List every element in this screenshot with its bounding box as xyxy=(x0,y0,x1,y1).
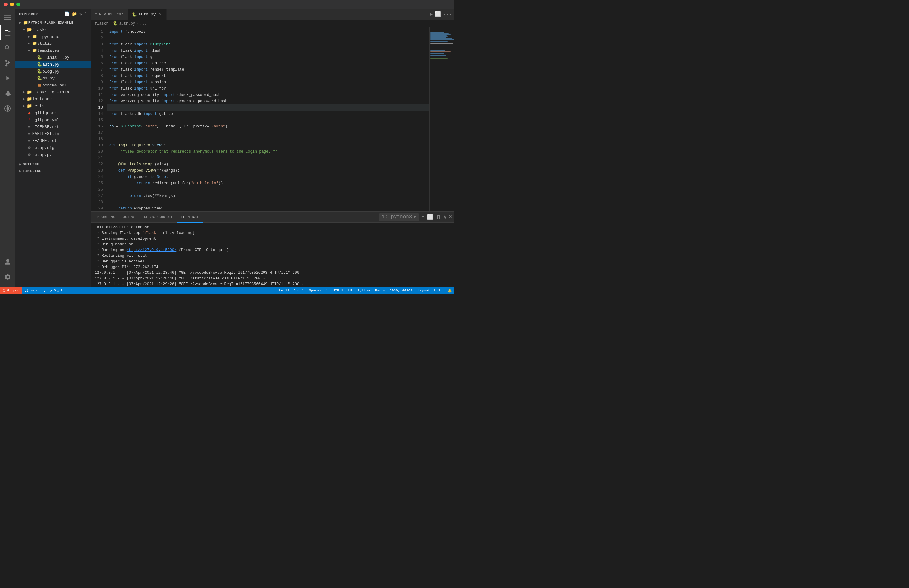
errors-status[interactable]: ✗ 0 ⚠ 0 xyxy=(48,287,65,294)
split-editor-button[interactable]: ⬜ xyxy=(435,11,441,17)
tree-item-gitpod[interactable]: ! .gitpod.yml xyxy=(15,116,91,123)
activity-remote[interactable] xyxy=(0,101,15,116)
add-terminal-icon[interactable]: + xyxy=(421,214,424,220)
panel-tabs: PROBLEMS OUTPUT DEBUG CONSOLE TERMINAL 1… xyxy=(91,212,454,223)
more-actions-button[interactable]: ··· xyxy=(443,11,452,17)
code-line-23: def wrapped_view(**kwargs): xyxy=(107,168,429,174)
ports-status[interactable]: Ports: 5000, 44267 xyxy=(372,287,415,294)
sync-status[interactable]: ↻ xyxy=(41,287,48,294)
new-file-icon[interactable]: 📄 xyxy=(65,11,70,17)
panel-chevron-up-icon[interactable]: ∧ xyxy=(443,214,446,220)
tab-close-button[interactable]: × xyxy=(157,12,163,17)
sidebar: Explorer 📄 📁 ↻ ⌃ ▶ 📁 PYTHON-FLASK-EXAMPL… xyxy=(15,9,91,287)
tree-item-readme[interactable]: ≡ README.rst xyxy=(15,137,91,144)
tab-auth[interactable]: 🐍 auth.py × xyxy=(128,9,167,20)
tree-item-auth[interactable]: 🐍 auth.py xyxy=(15,61,91,68)
tab-terminal-label: TERMINAL xyxy=(181,215,199,219)
tree-item-templates[interactable]: ▶ 📁 templates xyxy=(15,47,91,54)
project-root[interactable]: ▶ 📁 PYTHON-FLASK-EXAMPLE xyxy=(15,19,91,26)
breadcrumb-flaskr[interactable]: flaskr xyxy=(95,21,108,26)
tree-item-db[interactable]: 🐍 db.py xyxy=(15,75,91,82)
folder-icon: 📁 xyxy=(32,48,37,53)
tab-output[interactable]: OUTPUT xyxy=(119,212,140,223)
code-line-6: from flask import redirect xyxy=(107,60,429,66)
breadcrumb-more[interactable]: ... xyxy=(140,21,147,26)
tree-item-setup-cfg[interactable]: ⚙ setup.cfg xyxy=(15,144,91,151)
gitpod-status[interactable]: ⬡ Gitpod xyxy=(0,287,22,294)
activity-settings[interactable] xyxy=(0,270,15,284)
error-count: 0 xyxy=(53,289,56,292)
collapse-icon[interactable]: ⌃ xyxy=(84,11,87,17)
code-content[interactable]: import functools from flask import Bluep… xyxy=(107,27,429,212)
split-terminal-icon[interactable]: ⬜ xyxy=(427,214,433,220)
line-number: 11 xyxy=(91,92,103,98)
line-number: 18 xyxy=(91,136,103,142)
tree-item-pycache[interactable]: ▶ 📁 __pycache__ xyxy=(15,33,91,40)
new-folder-icon[interactable]: 📁 xyxy=(72,11,77,17)
ln-col-status[interactable]: Ln 13, Col 1 xyxy=(276,287,306,294)
line-number: 25 xyxy=(91,180,103,186)
maximize-button[interactable] xyxy=(16,3,20,6)
tree-item-static[interactable]: ▶ 📁 static xyxy=(15,40,91,47)
outline-section[interactable]: ▶ OUTLINE xyxy=(15,161,91,168)
line-number: 27 xyxy=(91,193,103,199)
breadcrumb-file[interactable]: auth.py xyxy=(119,21,135,26)
tab-debug-console[interactable]: DEBUG CONSOLE xyxy=(140,212,177,223)
folder-icon: 📁 xyxy=(26,103,32,108)
tree-item-schema[interactable]: ▦ schema.sql xyxy=(15,82,91,89)
git-branch-status[interactable]: ⎇ main xyxy=(22,287,41,294)
code-line-14: from flaskr.db import get_db xyxy=(107,111,429,117)
tree-item-gitignore[interactable]: ◆ .gitignore xyxy=(15,110,91,116)
activity-bar-bottom xyxy=(0,254,15,287)
language-status[interactable]: Python xyxy=(355,287,372,294)
activity-search[interactable] xyxy=(0,40,15,55)
warning-count: 0 xyxy=(61,289,63,292)
tree-item-init[interactable]: 🐍 __init__.py xyxy=(15,54,91,61)
tree-item-license[interactable]: ≡ LICENSE.rst xyxy=(15,123,91,130)
code-line-5: from flask import g xyxy=(107,54,429,60)
line-ending-status[interactable]: LF xyxy=(346,287,355,294)
activity-accounts[interactable] xyxy=(0,254,15,270)
encoding-label: UTF-8 xyxy=(333,289,343,292)
tree-item-setup-py[interactable]: ⚙ setup.py xyxy=(15,151,91,158)
minimize-button[interactable] xyxy=(10,3,14,6)
notification-bell[interactable]: 🔔 xyxy=(445,287,454,294)
tab-readme[interactable]: ≡ README.rst xyxy=(91,9,128,20)
code-line-2 xyxy=(107,35,429,41)
activity-run[interactable] xyxy=(0,71,15,86)
encoding-status[interactable]: UTF-8 xyxy=(330,287,346,294)
tab-problems[interactable]: PROBLEMS xyxy=(94,212,119,223)
tree-item-instance[interactable]: ▶ 📁 instance xyxy=(15,95,91,103)
code-line-17 xyxy=(107,130,429,136)
tree-item-tests[interactable]: ▶ 📁 tests xyxy=(15,103,91,110)
spaces-status[interactable]: Spaces: 4 xyxy=(306,287,330,294)
line-number: 5 xyxy=(91,54,103,60)
line-number: 26 xyxy=(91,186,103,193)
close-panel-icon[interactable]: × xyxy=(449,214,452,220)
arrow-icon: ▶ xyxy=(21,104,26,108)
run-button[interactable]: ▶ xyxy=(430,11,433,17)
activity-explorer[interactable] xyxy=(0,25,15,40)
tree-item-egg-info[interactable]: ▶ 📁 flaskr.egg-info xyxy=(15,89,91,95)
code-line-16: bp = Blueprint("auth", __name__, url_pre… xyxy=(107,123,429,130)
tree-item-manifest[interactable]: ≡ MANIFEST.in xyxy=(15,130,91,137)
refresh-icon[interactable]: ↻ xyxy=(79,11,82,17)
layout-status[interactable]: Layout: U.S. xyxy=(415,287,445,294)
kill-terminal-icon[interactable]: 🗑 xyxy=(436,214,441,220)
activity-scm[interactable] xyxy=(0,55,15,71)
timeline-section[interactable]: ▶ TIMELINE xyxy=(15,168,91,174)
line-number: 1 xyxy=(91,29,103,35)
code-line-25: return redirect(url_for("auth.login")) xyxy=(107,180,429,186)
tab-terminal[interactable]: TERMINAL xyxy=(177,212,203,223)
tree-label: MANIFEST.in xyxy=(32,132,59,136)
line-number: 21 xyxy=(91,155,103,161)
tree-item-blog[interactable]: 🐍 blog.py xyxy=(15,68,91,75)
tree-item-flaskr[interactable]: ▼ 📂 flaskr xyxy=(15,26,91,33)
close-button[interactable] xyxy=(4,3,8,6)
terminal-content[interactable]: Initialized the database. * Serving Flas… xyxy=(91,223,454,287)
terminal-selector[interactable]: 1: python3 ▾ xyxy=(379,213,419,221)
rst-file-icon: ≡ xyxy=(95,12,97,17)
activity-extensions[interactable] xyxy=(0,86,15,101)
activity-menu[interactable] xyxy=(0,10,15,25)
code-line-12: from werkzeug.security import generate_p… xyxy=(107,98,429,104)
